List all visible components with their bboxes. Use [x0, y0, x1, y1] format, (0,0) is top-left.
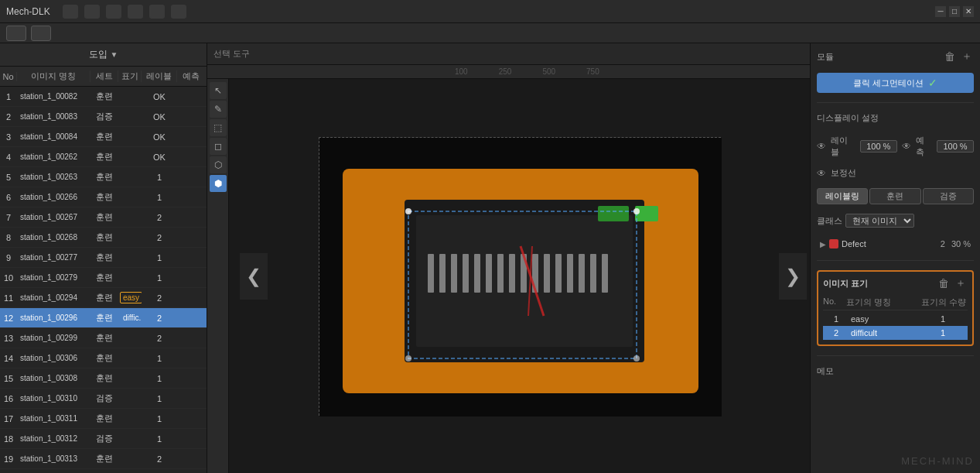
td-name: station_1_00267 — [17, 213, 90, 221]
img-row-difficult[interactable]: 2 difficult 1 — [823, 326, 968, 340]
table-row[interactable]: 11station_1_00294훈련easy2 — [0, 288, 207, 308]
svg-rect-10 — [474, 254, 480, 293]
import-header: 도입 ▼ — [0, 43, 207, 67]
segment-button[interactable]: 클릭 세그먼테이션 ✓ — [817, 73, 974, 93]
toolbar2-btn-1[interactable] — [6, 26, 26, 41]
tool-select-rect[interactable]: ⬚ — [210, 119, 227, 136]
td-set: 검증 — [90, 392, 118, 404]
table-row[interactable]: 2station_1_00083검증OK — [0, 107, 207, 127]
img-th-no: No. — [823, 296, 846, 308]
close-button[interactable]: ✕ — [963, 6, 974, 17]
img-row-easy[interactable]: 1 easy 1 — [823, 312, 968, 326]
td-no: 19 — [0, 454, 17, 464]
table-row[interactable]: 18station_1_00312검증1 — [0, 429, 207, 449]
td-no: 16 — [0, 394, 17, 403]
ruler-mark-4: 750 — [586, 67, 599, 76]
tab-row: 레이블링 훈련 검증 — [817, 188, 974, 204]
td-set: 훈련 — [90, 151, 118, 163]
table-row[interactable]: 4station_1_00262훈련OK — [0, 147, 207, 167]
td-label: OK — [142, 132, 177, 142]
maximize-button[interactable]: □ — [949, 6, 960, 17]
titlebar-btn-1[interactable] — [63, 5, 78, 19]
toolbar2 — [0, 23, 980, 43]
titlebar-btn-2[interactable] — [84, 5, 100, 19]
tab-labeling[interactable]: 레이블링 — [817, 188, 868, 204]
th-mark: 표기 — [118, 70, 142, 82]
table-row[interactable]: 8station_1_00268훈련2 — [0, 228, 207, 248]
img-td-no-2: 2 — [825, 328, 848, 338]
td-name: station_1_00083 — [17, 112, 90, 121]
nav-next-button[interactable]: ❯ — [779, 253, 807, 300]
class-list: ▶ Defect 2 30 % — [817, 237, 974, 251]
titlebar-btn-4[interactable] — [128, 5, 143, 19]
toolbar2-btn-2[interactable] — [31, 26, 51, 41]
svg-rect-19 — [579, 254, 585, 293]
table-row[interactable]: 13station_1_00299훈련2 — [0, 328, 207, 348]
minimize-button[interactable]: ─ — [935, 6, 946, 17]
td-label: 2 — [142, 454, 177, 464]
class-expand-icon[interactable]: ▶ — [820, 240, 826, 248]
table-row[interactable]: 12station_1_00296훈련diffic.2 — [0, 308, 207, 328]
panel-add-button[interactable]: ＋ — [954, 276, 968, 290]
titlebar-btn-3[interactable] — [106, 5, 121, 19]
td-set: 훈련 — [90, 332, 118, 344]
tool-pen[interactable]: ✎ — [210, 101, 227, 118]
td-set: 훈련 — [90, 171, 118, 183]
td-no: 13 — [0, 334, 17, 343]
table-row[interactable]: 19station_1_00313훈련2 — [0, 449, 207, 469]
titlebar-btn-5[interactable] — [149, 5, 165, 19]
titlebar-btn-6[interactable] — [171, 5, 186, 19]
td-no: 12 — [0, 314, 17, 323]
tool-segment[interactable]: ⬢ — [210, 175, 227, 192]
td-set: 훈련 — [90, 453, 118, 464]
table-row[interactable]: 20station_1_00314검증2 — [0, 469, 207, 473]
table-row[interactable]: 16station_1_00310검증1 — [0, 389, 207, 409]
td-label: 1 — [142, 273, 177, 283]
label-pct-label: 레이블 — [831, 135, 855, 158]
table-row[interactable]: 7station_1_00267훈련2 — [0, 207, 207, 228]
td-name: station_1_00306 — [17, 354, 90, 362]
td-label: 1 — [142, 414, 177, 423]
td-label: OK — [142, 153, 177, 162]
label-pct-input[interactable] — [860, 140, 897, 153]
img-th-count: 표기의 수량 — [921, 296, 968, 308]
main-layout: 도입 ▼ No 이미지 명칭 세트 표기 레이블 예측 1station_1_0… — [0, 43, 980, 473]
td-name: station_1_00084 — [17, 132, 90, 141]
td-name: station_1_00312 — [17, 434, 90, 443]
tab-train[interactable]: 훈련 — [869, 188, 920, 204]
tab-validate[interactable]: 검증 — [923, 188, 974, 204]
module-add-button[interactable]: ＋ — [960, 50, 974, 63]
classes-header: 클래스 현재 이미지 — [817, 214, 974, 228]
tool-eraser[interactable]: ◻ — [210, 138, 227, 155]
classes-view-select[interactable]: 현재 이미지 — [845, 214, 914, 228]
td-label: 1 — [142, 193, 177, 202]
panel-delete-button[interactable]: 🗑 — [937, 276, 951, 290]
td-set: 훈련 — [90, 312, 118, 324]
tool-magic[interactable]: ⬡ — [210, 156, 227, 173]
table-row[interactable]: 15station_1_00308훈련1 — [0, 368, 207, 389]
td-no: 3 — [0, 132, 17, 142]
table-row[interactable]: 17station_1_00311훈련1 — [0, 409, 207, 429]
pred-pct-input[interactable] — [937, 140, 974, 153]
table-row[interactable]: 10station_1_00279훈련1 — [0, 268, 207, 288]
img-td-no-1: 1 — [825, 314, 848, 324]
class-color-defect — [829, 239, 838, 248]
table-row[interactable]: 9station_1_00277훈련1 — [0, 248, 207, 268]
td-label: 2 — [142, 233, 177, 242]
table-row[interactable]: 5station_1_00263훈련1 — [0, 167, 207, 187]
table-row[interactable]: 3station_1_00084훈련OK — [0, 127, 207, 147]
module-delete-button[interactable]: 🗑 — [943, 50, 957, 63]
table-row[interactable]: 14station_1_00306훈련1 — [0, 348, 207, 368]
td-no: 5 — [0, 173, 17, 182]
table-row[interactable]: 6station_1_00266훈련1 — [0, 187, 207, 207]
svg-rect-13 — [509, 254, 515, 293]
module-label: 모듈 — [817, 51, 834, 63]
td-set: 훈련 — [90, 372, 118, 384]
import-dropdown-arrow[interactable]: ▼ — [111, 50, 118, 59]
nav-prev-button[interactable]: ❮ — [240, 253, 268, 300]
table-row[interactable]: 1station_1_00082훈련OK — [0, 87, 207, 107]
panel-title: 이미지 표기 — [823, 278, 868, 290]
td-name: station_1_00082 — [17, 92, 90, 101]
img-td-name-difficult: difficult — [848, 328, 920, 338]
tool-cursor[interactable]: ↖ — [210, 82, 227, 99]
